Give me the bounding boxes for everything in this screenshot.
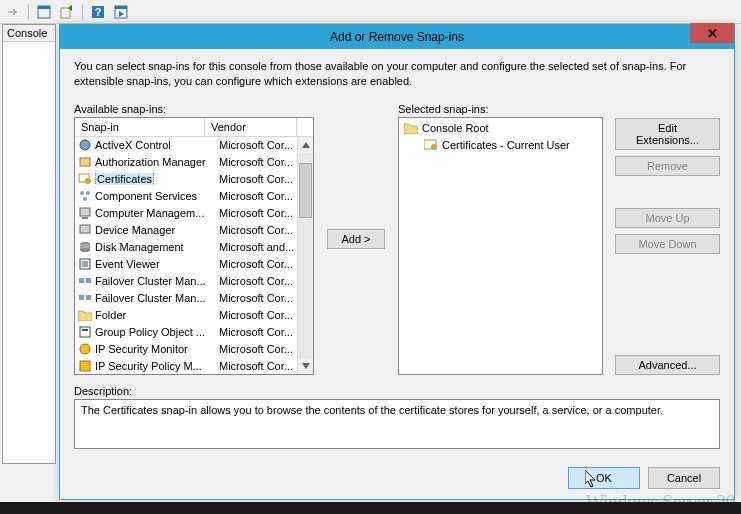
scroll-thumb[interactable] <box>299 163 312 218</box>
snapin-icon <box>77 307 93 323</box>
description-label: Description: <box>74 385 720 397</box>
available-snapin-row[interactable]: Authorization ManagerMicrosoft Cor... <box>75 154 297 171</box>
description-box: The Certificates snap-in allows you to b… <box>74 399 720 449</box>
snapin-icon <box>77 341 93 357</box>
column-scroll-gap <box>297 118 313 136</box>
snapin-vendor: Microsoft Cor... <box>219 343 297 355</box>
snapin-vendor: Microsoft Cor... <box>219 258 297 270</box>
snapin-name: Computer Managem... <box>95 207 219 219</box>
description-text: The Certificates snap-in allows you to b… <box>81 404 663 416</box>
ok-button[interactable]: OK <box>568 467 640 489</box>
move-down-button[interactable]: Move Down <box>615 234 720 254</box>
available-snapin-row[interactable]: CertificatesMicrosoft Cor... <box>75 171 297 188</box>
scroll-down-arrow-icon[interactable] <box>298 358 313 374</box>
snapin-icon <box>77 358 93 374</box>
add-remove-snapins-dialog: Add or Remove Snap-ins ✕ You can select … <box>59 24 735 500</box>
right-button-column: Edit Extensions... Remove Move Up Move D… <box>615 118 720 375</box>
svg-rect-15 <box>82 217 88 219</box>
scroll-track[interactable] <box>298 153 313 358</box>
snapin-name: Component Services <box>95 190 219 202</box>
svg-rect-23 <box>79 295 84 300</box>
available-snapin-row[interactable]: Device ManagerMicrosoft Cor... <box>75 222 297 239</box>
snapin-name: Certificates <box>95 173 219 185</box>
snapin-vendor: Microsoft Cor... <box>219 309 297 321</box>
selected-column: Selected snap-ins: Console Root Certific… <box>398 103 603 375</box>
column-vendor[interactable]: Vendor <box>205 118 297 136</box>
snapin-vendor: Microsoft Cor... <box>219 275 297 287</box>
toolbar-separator <box>82 4 84 20</box>
tree-item-label: Console Root <box>422 122 489 134</box>
svg-text:?: ? <box>95 6 102 18</box>
snapin-vendor: Microsoft Cor... <box>219 156 297 168</box>
selected-snapins-label: Selected snap-ins: <box>398 103 603 115</box>
taskbar[interactable] <box>0 502 741 514</box>
snapin-icon <box>77 188 93 204</box>
close-button[interactable]: ✕ <box>690 23 734 43</box>
available-snapin-row[interactable]: Group Policy Object ...Microsoft Cor... <box>75 324 297 341</box>
available-snapin-row[interactable]: Component ServicesMicrosoft Cor... <box>75 188 297 205</box>
available-snapin-row[interactable]: Disk ManagementMicrosoft and... <box>75 239 297 256</box>
svg-point-27 <box>80 344 90 354</box>
tree-root-item[interactable]: Console Root <box>401 120 600 137</box>
selected-snapins-tree[interactable]: Console Root Certificates - Current User <box>398 117 603 375</box>
available-snapin-row[interactable]: Event ViewerMicrosoft Cor... <box>75 256 297 273</box>
scrollbar[interactable] <box>297 137 313 374</box>
snapin-name: Folder <box>95 309 219 321</box>
console-tree-header: Console <box>3 25 55 42</box>
available-snapin-row[interactable]: Failover Cluster Man...Microsoft Cor... <box>75 273 297 290</box>
ok-button-label: OK <box>596 472 612 484</box>
window-icon[interactable] <box>33 2 55 22</box>
available-snapins-list[interactable]: Snap-in Vendor ActiveX ControlMicrosoft … <box>74 117 314 375</box>
available-snapin-row[interactable]: FolderMicrosoft Cor... <box>75 307 297 324</box>
available-list-header[interactable]: Snap-in Vendor <box>75 118 313 137</box>
snapin-name: Group Policy Object ... <box>95 326 219 338</box>
scroll-up-arrow-icon[interactable] <box>298 137 313 153</box>
snapin-vendor: Microsoft Cor... <box>219 190 297 202</box>
snapin-vendor: Microsoft and... <box>219 241 297 253</box>
play-window-icon[interactable] <box>110 2 132 22</box>
move-up-button[interactable]: Move Up <box>615 208 720 228</box>
snapin-icon <box>77 222 93 238</box>
svg-rect-28 <box>80 361 90 371</box>
svg-point-11 <box>80 191 84 195</box>
snapin-name: Failover Cluster Man... <box>95 275 219 287</box>
remove-button[interactable]: Remove <box>615 156 720 176</box>
svg-rect-22 <box>86 278 91 283</box>
available-snapin-row[interactable]: Failover Cluster Man...Microsoft Cor... <box>75 290 297 307</box>
available-snapin-row[interactable]: IP Security Policy M...Microsoft Cor... <box>75 358 297 374</box>
cancel-button[interactable]: Cancel <box>648 467 720 489</box>
console-tree-panel: Console <box>2 24 56 464</box>
snapin-vendor: Microsoft Cor... <box>219 173 297 185</box>
available-snapin-row[interactable]: ActiveX ControlMicrosoft Cor... <box>75 137 297 154</box>
svg-point-30 <box>431 144 437 150</box>
dialog-title: Add or Remove Snap-ins <box>60 30 734 44</box>
help-icon[interactable]: ? <box>87 2 109 22</box>
forward-arrow-icon[interactable] <box>2 2 24 22</box>
svg-point-10 <box>85 178 91 184</box>
svg-rect-1 <box>38 6 50 9</box>
available-snapin-row[interactable]: Computer Managem...Microsoft Cor... <box>75 205 297 222</box>
svg-point-7 <box>80 140 90 150</box>
available-snapin-row[interactable]: IP Security MonitorMicrosoft Cor... <box>75 341 297 358</box>
export-icon[interactable] <box>56 2 78 22</box>
snapin-icon <box>77 256 93 272</box>
svg-rect-16 <box>80 225 90 233</box>
tree-child-item[interactable]: Certificates - Current User <box>401 137 600 154</box>
column-snapin[interactable]: Snap-in <box>75 118 205 136</box>
snapin-name: ActiveX Control <box>95 139 219 151</box>
svg-rect-25 <box>80 327 90 337</box>
certificates-icon <box>423 137 439 153</box>
svg-rect-26 <box>82 329 88 331</box>
svg-point-19 <box>80 248 90 252</box>
snapin-icon <box>77 154 93 170</box>
dialog-titlebar[interactable]: Add or Remove Snap-ins ✕ <box>60 25 734 49</box>
advanced-button[interactable]: Advanced... <box>615 355 720 375</box>
snapin-vendor: Microsoft Cor... <box>219 139 297 151</box>
snapin-name: IP Security Monitor <box>95 343 219 355</box>
snapin-icon <box>77 273 93 289</box>
svg-rect-2 <box>61 8 70 18</box>
edit-extensions-button[interactable]: Edit Extensions... <box>615 118 720 150</box>
middle-column: Add > <box>326 103 386 375</box>
add-button[interactable]: Add > <box>327 229 385 249</box>
svg-rect-21 <box>79 278 84 283</box>
